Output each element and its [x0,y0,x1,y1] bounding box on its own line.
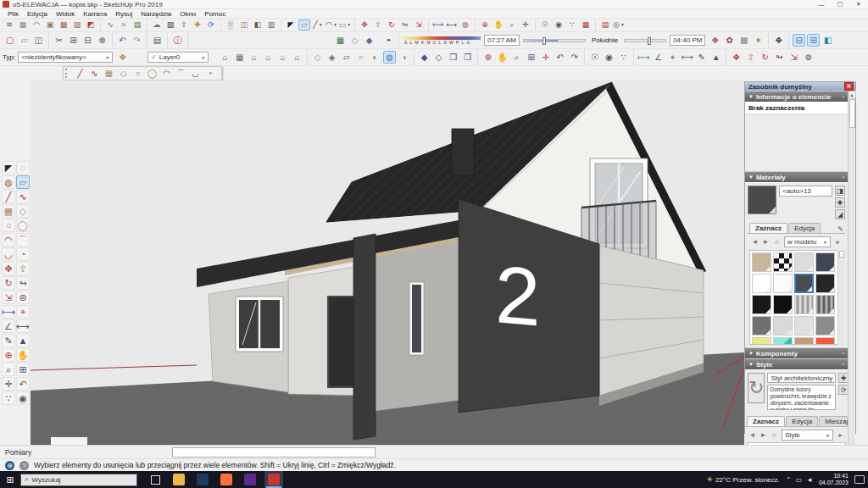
account-avatar[interactable]: ◎▼ [613,19,625,30]
xray-style[interactable]: ◇ [311,51,324,64]
firefox-app[interactable] [217,471,236,488]
polygon-l[interactable]: ◯ [16,219,30,232]
scale-tool[interactable]: ⇲ [413,19,425,30]
account-avatar-dropdown-arrow[interactable]: ▼ [620,23,625,27]
help-info-icon[interactable]: ? [19,461,29,470]
shadow-date[interactable]: ✿ [723,34,736,47]
zoom-window-2[interactable]: ⊞ [525,51,537,64]
smoove-tool[interactable]: ◠ [31,19,42,30]
previous-view[interactable]: ↶ [554,51,566,64]
line-tool[interactable]: ╱▼ [312,19,324,30]
two-point-arc-l[interactable]: ⌒ [16,233,30,247]
toggle-terrain-2[interactable]: ▦ [334,34,347,47]
text-3d-l[interactable]: ▲ [16,334,30,347]
classifier-tag-icon[interactable]: ❖ [116,51,129,64]
materials-scroll-thumb[interactable] [839,251,844,258]
shadow-ground[interactable]: ▩ [737,34,750,47]
match-photo[interactable]: ▥ [265,19,277,30]
swatch-pale-gray-2[interactable] [794,316,814,336]
refresh-model[interactable]: ⟳ [205,19,217,30]
model-info[interactable]: ⓘ [171,34,184,47]
home-icon[interactable]: ⌂ [771,236,782,247]
notification-center-icon[interactable] [854,475,865,484]
orbit-l[interactable]: ⊕ [2,348,15,362]
zoom-window-l[interactable]: ⊞ [16,363,30,376]
offset-l[interactable]: ⊚ [16,291,30,304]
undo[interactable]: ↶ [116,34,129,47]
rotate-tool[interactable]: ↻ [386,19,398,30]
component-reload[interactable]: ❒ [461,51,474,64]
push-pull-l[interactable]: ⇧ [16,262,30,275]
shape-tool-dropdown-arrow[interactable]: ▼ [347,23,351,27]
shaded-style[interactable]: ◐ [369,51,381,64]
three-point-arc-l[interactable]: ◡ [2,247,15,261]
style-preview[interactable]: ↻ [748,373,765,403]
previous-view-l[interactable]: ↶ [16,377,30,391]
look-around-tool[interactable]: ◉ [553,19,565,30]
tape-measure-2[interactable]: ⟼ [637,51,650,64]
position-camera-2[interactable]: ☉ [588,51,601,64]
toolbar-drag-grip[interactable] [65,69,69,78]
swatch-white[interactable] [752,274,771,293]
tray-volume-icon[interactable]: ◄ [806,476,813,484]
materials-collection-dropdown[interactable]: w modelu▼ [784,236,831,247]
menu-item-pomoc[interactable]: Pomoc [200,10,230,18]
menu-item-edycja[interactable]: Edycja [23,10,52,18]
front-view-icon[interactable]: ⌂ [248,51,260,64]
circle-l[interactable]: ○ [2,219,15,232]
start-button[interactable]: ⊞ [0,471,20,488]
details-flyout-icon[interactable]: ▸ [832,236,843,247]
styles-collection-dropdown[interactable]: Style▼ [782,430,833,441]
line-l[interactable]: ╱ [2,190,15,203]
zoom-l[interactable]: ⌕ [2,363,15,376]
follow-me-l[interactable]: ↬ [16,276,30,290]
create-material-icon[interactable]: ✚ [835,197,845,208]
forward-arrow-icon[interactable]: ► [758,430,769,441]
taskbar-weather[interactable]: ☀ 22°C Przew. słonecz. [706,475,780,484]
arc-tool[interactable]: ◠▼ [326,19,337,30]
move-l[interactable]: ✥ [2,262,15,275]
shape-tool[interactable]: ▭▼ [339,19,351,30]
minimize-button[interactable]: — [812,0,831,8]
zoom-extents-l[interactable]: ✛ [2,377,15,391]
add-location[interactable]: ▦ [580,19,592,30]
shadow-settings[interactable]: ❖ [709,34,721,47]
section-components[interactable]: ▼ Komponenty ▪ [745,347,848,358]
swatch-tan[interactable] [752,252,771,272]
pan-tool[interactable]: ✋ [492,19,504,30]
freehand-l[interactable]: ∿ [16,190,30,203]
monochrome-style[interactable]: ◑ [398,51,410,64]
move-tool[interactable]: ✥ [359,19,370,30]
walk-l[interactable]: ∵ [2,391,15,405]
save-file[interactable]: ◫ [32,34,45,47]
top-view-icon[interactable]: ▦ [233,51,246,64]
swatch-anthracite[interactable] [794,274,814,293]
forward-arrow-icon[interactable]: ► [760,236,771,247]
fog-toggle[interactable]: ▒ [225,19,236,30]
soften-edges[interactable]: ◫ [238,19,250,30]
text-3d-tool[interactable]: ▲ [709,51,722,64]
shadow-toggle[interactable]: ◧ [252,19,264,30]
tab-edit[interactable]: Edycja [788,223,821,233]
add-detail-tool[interactable]: ▨ [71,19,83,30]
swatch-black[interactable] [752,295,771,314]
print[interactable]: ▤ [151,34,164,47]
tab-select[interactable]: Zaznacz [749,223,787,233]
toggle-terrain[interactable]: ▤ [131,19,143,30]
erase[interactable]: ⊗ [96,34,108,47]
style-name-field[interactable]: Styl architektoniczny [767,373,836,383]
right-view-icon[interactable]: ⌂ [262,51,275,64]
text-tool[interactable]: ✎ [695,51,708,64]
swatch-near-black[interactable] [815,274,835,293]
shadow-faces[interactable]: ✶ [752,34,765,47]
sample-paint-icon[interactable]: ◢ [835,209,845,219]
tab-select-style[interactable]: Zaznacz [747,416,785,426]
swatch-pale-gray[interactable] [773,316,793,336]
shadow-time-from[interactable]: 07:27 AM [484,35,520,46]
tray-close-icon[interactable]: ✕ [844,82,854,91]
home-icon[interactable]: ⌂ [769,430,780,441]
dimension-tool[interactable]: ⟷ [446,19,458,30]
two-point-arc-tool[interactable]: ⌒ [175,67,187,80]
menu-item-narzędzia[interactable]: Narzędzia [136,10,175,18]
task-view-button[interactable] [146,471,164,488]
